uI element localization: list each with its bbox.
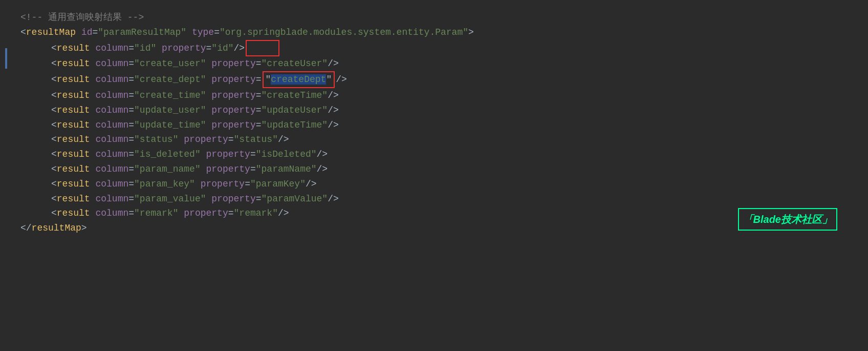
tag-result-11: result	[57, 192, 90, 207]
sp13	[90, 132, 96, 147]
sp2	[156, 41, 162, 56]
code-line-result-param-key: <result column="param_key" property="par…	[20, 177, 848, 192]
punct-lt11: <	[51, 162, 57, 177]
eq10: =	[256, 103, 262, 118]
attr-column-6: column	[95, 118, 128, 133]
punct-lt12: <	[51, 177, 57, 192]
sp1	[90, 41, 96, 56]
val-col-create-dept: "create_dept"	[134, 72, 206, 87]
sp8	[206, 88, 212, 103]
attr-column-10: column	[95, 177, 128, 192]
eq4: =	[256, 56, 262, 71]
val-prop-remark: "remark"	[234, 206, 278, 221]
eq18: =	[250, 162, 256, 177]
val-col-status: "status"	[134, 132, 178, 147]
selfclose7: />	[278, 132, 289, 147]
tag-result-1: result	[57, 41, 90, 56]
punct-close-lt: </	[20, 221, 32, 236]
punct-lt9: <	[51, 132, 57, 147]
watermark: 「Blade技术社区」	[738, 208, 837, 231]
val-col-is-deleted: "is_deleted"	[134, 147, 201, 162]
eq8: =	[256, 88, 262, 103]
attr-property-4: property	[211, 88, 255, 103]
selected-create-dept: createDept	[271, 74, 326, 85]
quot-close: "	[326, 74, 332, 85]
code-line-result-param-value: <result column="param_value" property="p…	[20, 192, 848, 207]
punct-lt5: <	[51, 72, 57, 87]
selfclose8: />	[317, 147, 328, 162]
val-prop-param-key: "paramKey"	[250, 177, 306, 192]
code-line-result-update-time: <result column="update_time" property="u…	[20, 118, 848, 133]
sp16	[201, 147, 206, 162]
comment-text: <!-- 通用查询映射结果 -->	[20, 10, 144, 25]
attr-column-5: column	[95, 103, 128, 118]
eq17: =	[128, 162, 134, 177]
attr-property-11: property	[211, 192, 255, 207]
highlight-box-1	[246, 40, 279, 57]
val-prop-create-time: "createTime"	[262, 88, 328, 103]
sp5	[90, 72, 96, 87]
punct-lt8: <	[51, 118, 57, 133]
code-line-result-param-name: <result column="param_name" property="pa…	[20, 162, 848, 177]
sp3	[90, 56, 96, 71]
sp9	[90, 103, 96, 118]
attr-column-4: column	[95, 88, 128, 103]
selfclose9: />	[317, 162, 328, 177]
val-prop-param-value: "paramValue"	[262, 192, 328, 207]
tag-result-2: result	[57, 56, 90, 71]
tag-result-12: result	[57, 206, 90, 221]
val-prop-create-user: "createUser"	[262, 56, 328, 71]
highlight-box-2: "createDept"	[263, 71, 335, 88]
attr-property-7: property	[184, 132, 228, 147]
code-editor: <!-- 通用查询映射结果 --> <resultMap id="paramRe…	[0, 0, 868, 246]
code-line-result-remark: <result column="remark" property="remark…	[20, 206, 848, 221]
punct-eq1: =	[92, 25, 98, 40]
sp4	[206, 56, 212, 71]
attr-column-12: column	[95, 206, 128, 221]
tag-result-6: result	[57, 118, 90, 133]
val-prop-is-deleted: "isDeleted"	[256, 147, 317, 162]
sp20	[195, 177, 201, 192]
eq21: =	[128, 192, 134, 207]
val-col-id: "id"	[134, 41, 156, 56]
attr-property-9: property	[206, 162, 250, 177]
eq6: =	[256, 72, 262, 87]
sp17	[90, 162, 96, 177]
tag-result-8: result	[57, 147, 90, 162]
selfclose2: />	[328, 56, 339, 71]
punct-lt6: <	[51, 88, 57, 103]
eq15: =	[128, 147, 134, 162]
attr-column-11: column	[95, 192, 128, 207]
eq3: =	[128, 56, 134, 71]
eq13: =	[128, 132, 134, 147]
margin-indicator	[5, 48, 7, 69]
selfclose12: />	[278, 206, 289, 221]
val-col-param-name: "param_name"	[134, 162, 201, 177]
attr-type: type	[192, 25, 214, 40]
attr-id: id	[81, 25, 93, 40]
val-prop-update-time: "updateTime"	[262, 118, 328, 133]
sp19	[90, 177, 96, 192]
sp11	[90, 118, 96, 133]
eq12: =	[256, 118, 262, 133]
tag-result-4: result	[57, 88, 90, 103]
attr-property-3: property	[211, 72, 255, 87]
val-col-param-value: "param_value"	[134, 192, 206, 207]
sp22	[206, 192, 212, 207]
punct-lt: <	[20, 25, 26, 40]
eq20: =	[245, 177, 250, 192]
punct-lt10: <	[51, 147, 57, 162]
tag-result-9: result	[57, 162, 90, 177]
code-line-result-create-user: <result column="create_user" property="c…	[20, 56, 848, 71]
punct-eq2: =	[214, 25, 220, 40]
attr-column-2: column	[95, 56, 128, 71]
code-line-result-create-time: <result column="create_time" property="c…	[20, 88, 848, 103]
tag-result-5: result	[57, 103, 90, 118]
punct-lt4: <	[51, 56, 57, 71]
attr-column-3: column	[95, 72, 128, 87]
eq24: =	[228, 206, 234, 221]
val-col-update-time: "update_time"	[134, 118, 206, 133]
punct-lt13: <	[51, 192, 57, 207]
attr-column-1: column	[95, 41, 128, 56]
selfclose1: />	[234, 41, 245, 56]
